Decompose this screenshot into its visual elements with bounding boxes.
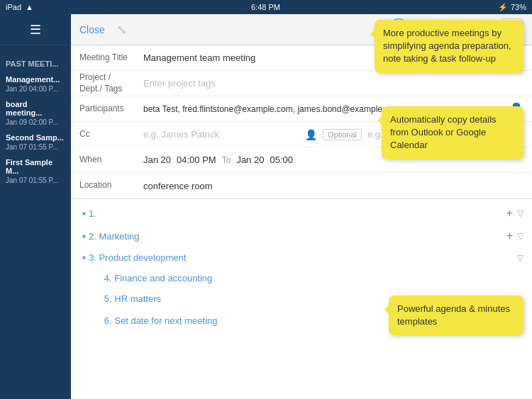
bluetooth-icon: ⚡	[498, 3, 508, 12]
hamburger-icon[interactable]: ☰	[30, 22, 41, 38]
agenda-down-icon-3[interactable]: ▽	[517, 253, 523, 263]
status-time: 6:48 PM	[251, 3, 280, 11]
agenda-item-4-text: 4. Finance and accounting	[82, 273, 523, 283]
date-to[interactable]: Jan 20	[236, 154, 264, 165]
sidebar-item-3-title[interactable]: Second Samp...	[0, 130, 71, 143]
agenda-item-2-text: 2. Marketing	[89, 231, 506, 242]
project-tags-label: Project / Dept./ Tags	[79, 72, 143, 94]
battery-label: 73%	[511, 3, 526, 11]
agenda-collapse-icon-1[interactable]: ▾	[82, 210, 86, 218]
date-from[interactable]: Jan 20	[143, 154, 171, 165]
agenda-actions-3: ▽	[517, 253, 523, 263]
sidebar-item-3-date: Jan 07 01:55 P...	[0, 143, 71, 155]
agenda-add-icon-1[interactable]: +	[506, 207, 513, 220]
agenda-item-3[interactable]: ▾ 3. Product development ▽	[71, 247, 532, 268]
agenda-down-icon-2[interactable]: ▽	[517, 231, 523, 241]
meeting-title-label: Meeting Title	[79, 52, 143, 64]
agenda-actions-1: + ▽	[506, 207, 523, 220]
agenda-item-1-text: 1.	[89, 208, 506, 219]
status-left: iPad ▲	[6, 3, 33, 11]
sidebar-item-1-date: Jan 20 04:00 P...	[0, 85, 71, 97]
agenda-item-3-text: 3. Product development	[89, 252, 517, 263]
sidebar: ☰ Past Meeti... Management... Jan 20 04:…	[0, 14, 71, 399]
agenda-item-2[interactable]: ▾ 2. Marketing + ▽	[71, 225, 532, 247]
sidebar-item-2-date: Jan 09 02:00 P...	[0, 118, 71, 130]
carrier-label: iPad	[6, 3, 21, 11]
sidebar-item-2-title[interactable]: board meeting...	[0, 97, 71, 118]
agenda-item-1[interactable]: ▾ 1. + ▽	[71, 202, 532, 225]
agenda-item-4[interactable]: 4. Finance and accounting	[71, 268, 532, 288]
location-row: Location conference room	[71, 173, 532, 198]
cc-person-icon[interactable]: 👤	[305, 129, 317, 140]
resize-icon[interactable]: ⤡	[116, 22, 127, 38]
sidebar-item-4-date: Jan 07 01:55 P...	[0, 176, 71, 189]
tooltip-1: More productive meetings by simplifying …	[375, 20, 523, 73]
sidebar-section-title: Past Meeti...	[0, 51, 71, 72]
cc-optional-badge: Optional	[323, 129, 362, 140]
wifi-icon: ▲	[26, 3, 33, 11]
time-to[interactable]: 05:00	[270, 154, 293, 165]
agenda-collapse-icon-2[interactable]: ▾	[82, 232, 86, 240]
sidebar-content: Past Meeti... Management... Jan 20 04:00…	[0, 45, 71, 194]
agenda-actions-2: + ▽	[506, 230, 523, 242]
status-bar: iPad ▲ 6:48 PM ⚡ 73%	[0, 0, 532, 14]
cc-input[interactable]: e.g. James Patrick	[143, 129, 299, 140]
agenda-add-icon-2[interactable]: +	[506, 230, 513, 242]
time-from[interactable]: 04:00 PM	[177, 154, 216, 165]
project-tags-row: Project / Dept./ Tags Enter project tags	[71, 71, 532, 96]
sidebar-item-1-title[interactable]: Management...	[0, 72, 71, 85]
location-label: Location	[79, 180, 143, 191]
close-button[interactable]: Close	[79, 24, 105, 35]
when-label: When	[79, 154, 143, 166]
project-tags-input[interactable]: Enter project tags	[143, 78, 216, 89]
location-value[interactable]: conference room	[143, 181, 523, 191]
tooltip-2: Automatically copy details from Outlook …	[382, 106, 523, 159]
agenda-collapse-icon-3[interactable]: ▾	[82, 254, 86, 262]
sidebar-header: ☰	[0, 14, 71, 45]
cc-label: Cc	[79, 129, 143, 140]
sidebar-item-4-title[interactable]: First Sample M...	[0, 155, 71, 176]
status-right: ⚡ 73%	[498, 3, 526, 12]
tooltip-3: Powerful agenda & minutes templates	[389, 296, 523, 335]
to-label: To	[222, 155, 231, 165]
agenda-down-icon-1[interactable]: ▽	[517, 208, 523, 218]
participants-label: Participants	[79, 103, 143, 115]
